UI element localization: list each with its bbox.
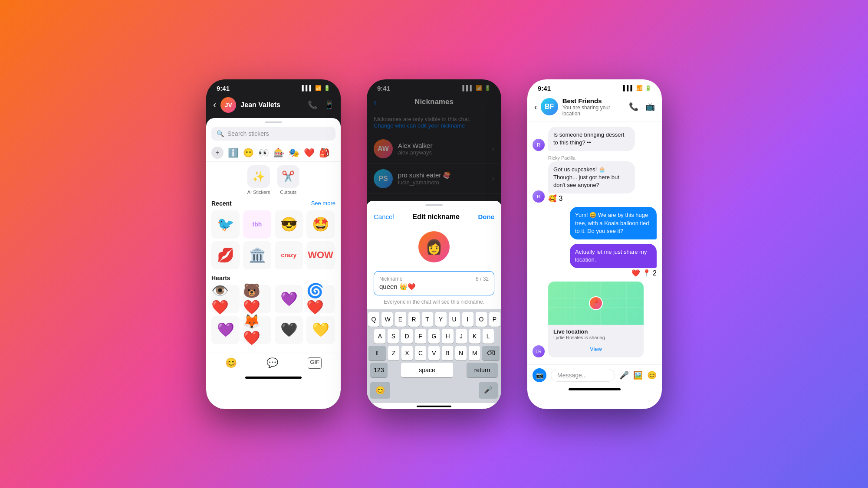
key-o[interactable]: O	[476, 312, 487, 327]
heart-sticker-7[interactable]: 🖤	[275, 316, 303, 344]
sticker-tab-1[interactable]: ℹ️	[228, 147, 239, 158]
signal-icon-3: ▌▌▌	[623, 85, 634, 91]
gif-tab-icon[interactable]: GIF	[308, 357, 322, 369]
sticker-tab-2[interactable]: 😶	[243, 147, 254, 158]
nickname-input-wrap[interactable]: Nickname 8 / 32 queen 👑❤️	[374, 271, 494, 295]
key-t[interactable]: T	[422, 312, 433, 327]
key-r[interactable]: R	[408, 312, 420, 327]
char-count: 8 / 32	[476, 276, 489, 282]
emoji-tab-icon[interactable]: 😊	[225, 357, 237, 369]
done-button[interactable]: Done	[478, 213, 495, 220]
hearts-stickers-grid: 👁️❤️ 🐻❤️ 💜 🌀❤️ 💜 🦊❤️ 🖤 💛	[211, 285, 335, 344]
sticker-1[interactable]: 🐦	[211, 210, 240, 239]
key-x[interactable]: X	[401, 346, 413, 360]
key-k[interactable]: K	[469, 329, 480, 344]
home-indicator-1	[245, 377, 302, 379]
chat-header-3: ‹ BF Best Friends You are sharing your l…	[527, 94, 662, 121]
key-m[interactable]: M	[469, 346, 480, 360]
key-w[interactable]: W	[381, 312, 393, 327]
cutouts-icon: ✂️	[277, 165, 299, 188]
heart-sticker-1[interactable]: 👁️❤️	[211, 285, 240, 313]
mic-icon[interactable]: 🎤	[619, 370, 629, 380]
sticker-tab-6[interactable]: ❤️	[304, 147, 315, 158]
key-123[interactable]: 123	[370, 363, 388, 377]
heart-sticker-2[interactable]: 🐻❤️	[243, 285, 271, 313]
key-y[interactable]: Y	[435, 312, 447, 327]
emoji-icon[interactable]: 😊	[647, 370, 657, 380]
key-q[interactable]: Q	[368, 312, 379, 327]
photo-icon[interactable]: 🖼️	[633, 370, 643, 380]
key-delete[interactable]: ⌫	[482, 346, 500, 360]
key-u[interactable]: U	[449, 312, 460, 327]
video-icon-3[interactable]: 📺	[645, 102, 655, 111]
sticker-6[interactable]: 🏛️	[243, 241, 271, 269]
sticker-categories: ✨ AI Stickers ✂️ Cutouts Recent See more…	[206, 162, 341, 353]
key-a[interactable]: A	[374, 329, 385, 344]
phone-icon-3[interactable]: 📞	[629, 102, 638, 111]
ai-stickers-category[interactable]: ✨ AI Stickers	[247, 165, 270, 195]
heart-sticker-4[interactable]: 🌀❤️	[306, 285, 335, 313]
message-input[interactable]: Message...	[551, 369, 615, 382]
nickname-value[interactable]: queen 👑❤️	[379, 283, 489, 291]
video-icon-1[interactable]: 📱	[324, 100, 334, 110]
camera-button[interactable]: 📷	[533, 368, 546, 382]
key-l[interactable]: L	[483, 329, 494, 344]
search-bar[interactable]: 🔍 Search stickers	[211, 127, 335, 141]
msg-row-5: LR 📍 Live location Lydie Rosales is shar…	[533, 282, 657, 357]
heart-sticker-8[interactable]: 💛	[306, 316, 335, 344]
key-d[interactable]: D	[401, 329, 412, 344]
see-more-button[interactable]: See more	[311, 200, 335, 206]
sticker-tab-5[interactable]: 🎭	[289, 147, 299, 158]
key-s[interactable]: S	[388, 329, 399, 344]
sticker-7[interactable]: crazy	[275, 241, 303, 269]
sticker-tab-icon[interactable]: 💬	[266, 357, 278, 369]
msg-avatar-1: R	[533, 139, 545, 151]
cutouts-label: Cutouts	[280, 190, 296, 195]
modal-avatar: 👩	[418, 231, 450, 262]
status-bar-1: 9:41 ▌▌▌ 📶 🔋	[206, 79, 341, 94]
sticker-tab-4[interactable]: 🎰	[273, 147, 284, 158]
key-e[interactable]: E	[395, 312, 406, 327]
sticker-2[interactable]: tbh	[243, 210, 271, 239]
sticker-3[interactable]: 😎	[275, 210, 303, 239]
sticker-tab-7[interactable]: 🎒	[319, 147, 330, 158]
phone-icon-1[interactable]: 📞	[308, 100, 317, 110]
home-indicator-2	[417, 406, 451, 407]
key-h[interactable]: H	[442, 329, 453, 344]
kb-row-4: 123 space return	[368, 363, 500, 377]
msg-group-4: Actually let me just share my location. …	[570, 244, 657, 277]
key-c[interactable]: C	[415, 346, 426, 360]
key-j[interactable]: J	[456, 329, 467, 344]
key-i[interactable]: I	[462, 312, 473, 327]
key-shift[interactable]: ⇧	[368, 346, 386, 360]
cancel-button[interactable]: Cancel	[374, 213, 394, 220]
key-return[interactable]: return	[467, 363, 498, 377]
mic-key[interactable]: 🎤	[479, 382, 498, 399]
emoji-key[interactable]: 😊	[370, 382, 390, 399]
back-button-1[interactable]: ‹	[213, 99, 216, 111]
sticker-8[interactable]: WOW	[306, 241, 335, 269]
key-g[interactable]: G	[428, 329, 440, 344]
location-view-button[interactable]: View	[553, 344, 638, 354]
sticker-4[interactable]: 🤩	[306, 210, 335, 239]
key-p[interactable]: P	[489, 312, 500, 327]
location-card[interactable]: 📍 Live location Lydie Rosales is sharing…	[548, 282, 644, 357]
cutouts-category[interactable]: ✂️ Cutouts	[277, 165, 299, 195]
key-b[interactable]: B	[442, 346, 453, 360]
location-divider	[553, 342, 638, 342]
sticker-tab-3[interactable]: 👀	[258, 147, 269, 158]
key-n[interactable]: N	[455, 346, 467, 360]
recent-section-header: Recent See more	[211, 200, 335, 207]
sticker-5[interactable]: 💋	[211, 241, 240, 269]
heart-sticker-3[interactable]: 💜	[275, 285, 303, 313]
key-z[interactable]: Z	[388, 346, 399, 360]
key-v[interactable]: V	[428, 346, 440, 360]
key-f[interactable]: F	[415, 329, 426, 344]
nickname-hint: Everyone in the chat will see this nickn…	[367, 299, 501, 305]
key-space[interactable]: space	[401, 363, 453, 377]
nickname-label: Nickname	[379, 276, 402, 282]
heart-sticker-5[interactable]: 💜	[211, 316, 240, 344]
back-button-3[interactable]: ‹	[534, 102, 537, 112]
add-sticker-button[interactable]: +	[211, 147, 224, 159]
heart-sticker-6[interactable]: 🦊❤️	[243, 316, 271, 344]
